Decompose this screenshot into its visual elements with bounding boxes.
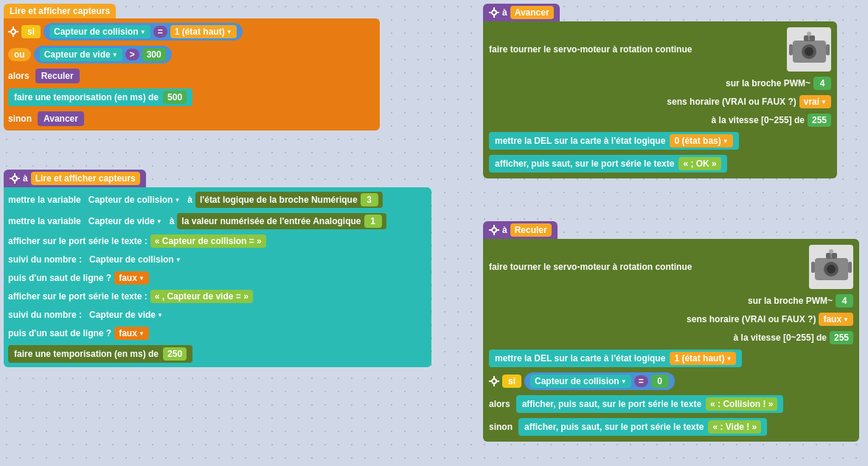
- avancer-block[interactable]: Avancer: [38, 111, 84, 126]
- vitesse-row-avancer: à la vitesse [0~255] de 255: [489, 112, 831, 128]
- svg-rect-14: [497, 12, 499, 13]
- svg-rect-35: [848, 262, 852, 273]
- val-500[interactable]: 500: [163, 91, 187, 104]
- saut-row2: puis d'un saut de ligne ? faux: [8, 325, 427, 341]
- sens-label-avancer: sens horaire (VRAI ou FAUX ?): [667, 97, 796, 107]
- svg-rect-21: [789, 44, 793, 55]
- ou-label: ou: [8, 48, 31, 61]
- group-top-left: Lire et afficher capteurs si Capteur de …: [4, 4, 380, 131]
- dd-capteur-collision2[interactable]: Capteur de collision: [84, 193, 185, 206]
- val-4-avancer[interactable]: 4: [813, 77, 831, 90]
- tempo250-block: faire une temporisation (en ms) de 250: [8, 345, 192, 363]
- dd-faux1[interactable]: faux: [114, 271, 149, 285]
- hat-lire-capteurs2[interactable]: à Lire et afficher capteurs: [4, 170, 146, 187]
- afficher-collision-label: afficher, puis saut, sur le port série l…: [522, 399, 701, 409]
- alors-row: alors Reculer: [8, 67, 375, 85]
- afficher-ok-row: afficher, puis saut, sur le port série l…: [489, 153, 831, 174]
- string-collision2: « : Collision ! »: [706, 397, 777, 411]
- vitesse-label-reculer: à la vitesse [0~255] de: [734, 333, 827, 343]
- val-1[interactable]: 1: [364, 215, 382, 228]
- gt-op: >: [125, 49, 139, 60]
- capteur-vide-dd1[interactable]: Capteur de vide: [40, 48, 122, 61]
- del-label-reculer: mettre la DEL sur la carte à l'état logi…: [495, 353, 665, 364]
- robot-img-reculer: [809, 245, 853, 289]
- suivi-collision-row: suivi du nombre : Capteur de collision: [8, 251, 427, 268]
- svg-point-20: [807, 32, 811, 36]
- dd-capteur-vide2[interactable]: Capteur de vide: [84, 215, 167, 228]
- si-label: si: [21, 25, 41, 38]
- reculer-block[interactable]: Reculer: [35, 69, 80, 83]
- sens-row-avancer: sens horaire (VRAI ou FAUX ?) vrai: [489, 94, 831, 110]
- svg-rect-26: [489, 229, 491, 231]
- dd-etat-haut2[interactable]: 1 (état haut): [670, 352, 736, 365]
- svg-rect-12: [493, 15, 495, 18]
- dd-etat-bas[interactable]: 0 (état bas): [670, 134, 732, 147]
- hat-avancer[interactable]: à Avancer: [483, 4, 560, 21]
- val-3[interactable]: 3: [361, 193, 378, 206]
- svg-rect-9: [18, 178, 20, 179]
- del-block-avancer: mettre la DEL sur la carte à l'état logi…: [489, 132, 739, 150]
- group-reculer: à Reculer faire tourner le servo-moteur …: [483, 221, 859, 442]
- svg-rect-2: [13, 35, 14, 37]
- saut-label2: puis d'un saut de ligne ?: [8, 328, 111, 338]
- alors-label: alors: [8, 71, 29, 81]
- val-300[interactable]: 300: [142, 48, 166, 61]
- svg-rect-22: [826, 44, 830, 55]
- val-255-avancer[interactable]: 255: [808, 114, 831, 127]
- si-row: si Capteur de collision = 1 (état haut): [8, 21, 375, 42]
- capteur-collision-dd1[interactable]: Capteur de collision: [49, 25, 150, 38]
- dd-vrai[interactable]: vrai: [799, 95, 831, 108]
- val-255-reculer[interactable]: 255: [830, 331, 853, 344]
- del-row-reculer: mettre la DEL sur la carte à l'état logi…: [489, 348, 853, 369]
- gear-icon4: [489, 225, 499, 235]
- suivi-vide-row: suivi du nombre : Capteur de vide: [8, 307, 427, 323]
- svg-rect-1: [13, 27, 14, 29]
- condition-reculer: Capteur de collision = 0: [524, 372, 675, 390]
- tempo-block: faire une temporisation (en ms) de 500: [8, 88, 192, 106]
- string-vide2: « : Vide ! »: [708, 420, 761, 434]
- mettre-var-label1: mettre la variable: [8, 195, 81, 205]
- svg-rect-13: [489, 12, 491, 13]
- sinon-label2: sinon: [489, 422, 513, 432]
- hat-reculer[interactable]: à Reculer: [483, 221, 558, 239]
- tempo-label: faire une temporisation (en ms) de: [14, 92, 159, 102]
- etat-haut-dd[interactable]: 1 (état haut): [170, 25, 237, 38]
- val-250[interactable]: 250: [163, 347, 187, 361]
- dd-capteur-vide3[interactable]: Capteur de vide: [85, 308, 167, 321]
- svg-point-0: [11, 29, 15, 34]
- body-lire: mettre la variable Capteur de collision …: [4, 187, 431, 367]
- etat-broche-block: l'état logique de la broche Numérique 3: [195, 192, 383, 208]
- svg-rect-11: [493, 7, 495, 10]
- afficher-vide-block: afficher, puis saut, sur le port série l…: [518, 418, 767, 436]
- servo-row-avancer: faire tourner le servo-moteur à rotation…: [489, 26, 831, 73]
- vitesse-row-reculer: à la vitesse [0~255] de 255: [489, 330, 853, 346]
- robot-img-avancer: [787, 27, 831, 72]
- broche-label-avancer: sur la broche PWM~: [726, 78, 810, 88]
- main-body-top-left: si Capteur de collision = 1 (état haut) …: [4, 18, 380, 131]
- saut-label1: puis d'un saut de ligne ?: [8, 273, 111, 283]
- body-reculer: faire tourner le servo-moteur à rotation…: [483, 239, 859, 442]
- dd-capteur-collision3[interactable]: Capteur de collision: [85, 253, 186, 266]
- robot-svg: [789, 29, 830, 70]
- dd-faux-reculer[interactable]: faux: [819, 313, 853, 326]
- dd-faux2[interactable]: faux: [114, 327, 149, 340]
- svg-point-17: [805, 47, 813, 56]
- dd-capteur-collision-r[interactable]: Capteur de collision: [530, 375, 631, 388]
- hat-label2: Lire et afficher capteurs: [31, 172, 140, 185]
- hat-lire-capteurs[interactable]: Lire et afficher capteurs: [4, 4, 116, 18]
- val-4-reculer[interactable]: 4: [836, 294, 853, 307]
- suivi-label1: suivi du nombre :: [8, 254, 82, 265]
- mettre-collision-row: mettre la variable Capteur de collision …: [8, 190, 427, 209]
- hat-label: Lire et afficher capteurs: [10, 6, 110, 16]
- broche-row-avancer: sur la broche PWM~ 4: [489, 75, 831, 91]
- gear-icon3: [489, 7, 499, 18]
- string-vide: « , Capteur de vide = »: [150, 290, 253, 303]
- afficher-vide-row: afficher sur le port série le texte : « …: [8, 288, 427, 305]
- afficher-ok-label: afficher, puis saut, sur le port série l…: [495, 159, 674, 169]
- val-0[interactable]: 0: [651, 375, 669, 388]
- broche-label-reculer: sur la broche PWM~: [748, 296, 833, 306]
- sinon-label: sinon: [8, 114, 32, 124]
- string-ok: « ; OK »: [678, 157, 721, 170]
- svg-rect-8: [10, 178, 12, 179]
- del-label-avancer: mettre la DEL sur la carte à l'état logi…: [495, 136, 665, 146]
